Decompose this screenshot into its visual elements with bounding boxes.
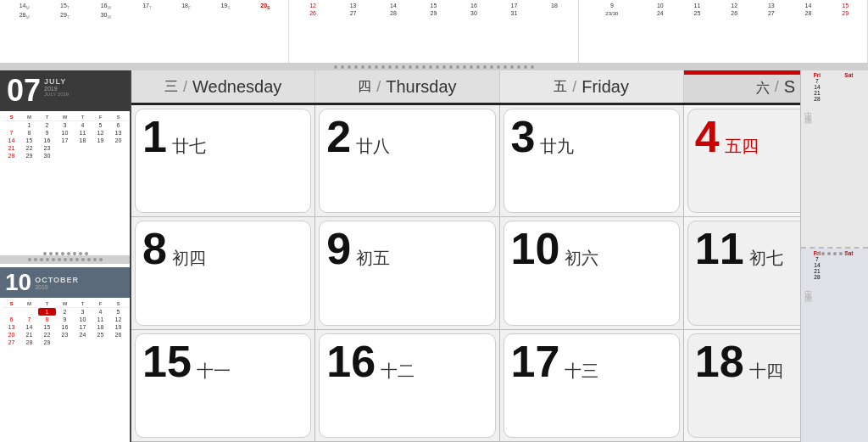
cell-thu-2: 9 初五 [315, 217, 499, 328]
cell-box-thu-2: 9 初五 [319, 221, 495, 325]
date-num-10: 10 [511, 227, 560, 271]
top-mini-calendars: 14M 15T 16W 17T 18F 19S 20S 28M 29T 30W … [0, 0, 868, 64]
cell-thu-3: 16 十二 [315, 330, 499, 441]
date-wed-1: 1 廿七 [142, 115, 303, 159]
cn-date-1: 廿七 [172, 135, 206, 158]
wednesday-header: 三 / Wednesday [131, 70, 315, 103]
thu-en: Thursday [386, 77, 456, 97]
day-headers: 三 / Wednesday 四 / Thursday 五 / Friday 六 … [131, 70, 868, 105]
thursday-header: 四 / Thursday [315, 70, 499, 103]
october-mini-cal: SMTWTFS 12345 6789101112 13141516171819 … [0, 298, 130, 442]
cell-box-wed-3: 15 十一 [135, 333, 311, 438]
cell-box-wed-2: 8 初四 [135, 221, 311, 325]
week-row-1: 1 廿七 2 廿八 [131, 105, 868, 217]
right-deco-text-bottom: 中正康德 [803, 283, 814, 290]
fri-cn: 五 [554, 78, 567, 96]
cn-date-8: 初四 [172, 247, 206, 270]
date-num-16: 16 [326, 339, 376, 383]
july-info: JULY 2019 JULY 2019 [44, 76, 69, 97]
date-num-2: 2 [326, 115, 351, 159]
date-num-15: 15 [142, 339, 192, 383]
july-mini-cal: SMTWTFS 123456 78910111213 1415161718192… [0, 111, 130, 255]
mini-cal-1: 14M 15T 16W 17T 18F 19S 20S 28M 29T 30W [0, 0, 289, 63]
mini-cal-3: 9101112131415 23/30242526272829 [579, 0, 868, 63]
date-thu-3: 16 十二 [326, 339, 487, 383]
right-mini-cal-top: Fri Sat 7 14 21 28 中正康德 [801, 70, 868, 249]
cn-date-16: 十二 [381, 360, 415, 383]
week-row-2: 8 初四 9 初五 10 [131, 217, 868, 329]
date-wed-2: 8 初四 [142, 227, 303, 271]
cn-date-3: 廿九 [540, 135, 574, 158]
cn-date-15: 十一 [197, 360, 231, 383]
cell-thu-1: 2 廿八 [315, 105, 499, 216]
friday-header: 五 / Friday [500, 70, 684, 103]
mid-dotted-separator-left [0, 250, 131, 257]
october-number: 10 [5, 271, 31, 294]
july-name: JULY [44, 77, 69, 86]
sat-cn: 六 [756, 80, 770, 98]
cell-fri-1: 3 廿九 [500, 105, 684, 216]
cell-wed-1: 1 廿七 [131, 105, 315, 216]
cell-wed-2: 8 初四 [131, 217, 315, 328]
july-year: 2019 [44, 86, 69, 92]
date-num-3: 3 [511, 115, 536, 159]
date-fri-2: 10 初六 [511, 227, 672, 271]
cn-date-18: 十四 [749, 360, 783, 383]
calendar-grid: 1 廿七 2 廿八 [131, 105, 868, 442]
cn-date-17: 十三 [565, 360, 598, 383]
date-num-18: 18 [695, 339, 744, 383]
mini-cal-2: 12 131415161718 26 2728293031 [289, 0, 578, 63]
cell-box-fri-1: 3 廿九 [504, 109, 680, 213]
thu-cn: 四 [358, 78, 371, 96]
right-mini-cal-bottom: Fri Sat 7 14 21 28 中正康德 [801, 249, 868, 442]
date-num-1: 1 [142, 115, 167, 159]
date-num-9: 9 [326, 227, 351, 271]
cell-box-thu-1: 2 廿八 [319, 109, 495, 213]
fri-en: Friday [581, 77, 629, 97]
date-thu-2: 9 初五 [326, 227, 487, 271]
cn-date-11: 初七 [749, 247, 783, 270]
cell-fri-3: 17 十三 [500, 330, 684, 441]
cn-date-10: 初六 [565, 247, 598, 270]
october-badge: 10 OCTOBER 2019 [0, 267, 130, 298]
cell-box-thu-3: 16 十二 [319, 333, 495, 438]
right-deco-text-top: 中正康德 [803, 105, 814, 112]
date-num-4: 4 [695, 115, 720, 159]
cell-box-fri-3: 17 十三 [504, 333, 680, 438]
july-badge: 07 JULY 2019 JULY 2019 [0, 70, 130, 111]
date-fri-1: 3 廿九 [511, 115, 672, 159]
cell-wed-3: 15 十一 [131, 330, 315, 441]
july-sublabel: JULY 2019 [44, 92, 69, 97]
date-num-11: 11 [695, 227, 744, 271]
sat-en: S [784, 77, 795, 97]
day-columns: 三 / Wednesday 四 / Thursday 五 / Friday 六 … [131, 70, 868, 442]
week-row-3: 15 十一 16 十二 [131, 330, 868, 442]
cn-date-9: 初五 [356, 247, 390, 270]
date-num-17: 17 [511, 339, 560, 383]
wed-en: Wednesday [192, 77, 281, 97]
october-name: OCTOBER [35, 276, 79, 284]
date-num-8: 8 [142, 227, 167, 271]
cn-date-2: 廿八 [356, 135, 390, 158]
july-number: 07 [7, 76, 41, 106]
mid-dotted-separator-right [796, 250, 868, 257]
date-fri-3: 17 十三 [511, 339, 672, 383]
date-thu-1: 2 廿八 [326, 115, 487, 159]
cn-date-4: 五四 [725, 135, 759, 158]
october-info: OCTOBER 2019 [35, 276, 79, 290]
cell-fri-2: 10 初六 [500, 217, 684, 328]
october-year: 2019 [35, 284, 79, 290]
cell-box-fri-2: 10 初六 [504, 221, 680, 325]
dotted-separator-top [0, 64, 868, 70]
wed-cn: 三 [164, 78, 178, 96]
cell-box-wed-1: 1 廿七 [135, 109, 311, 213]
date-wed-3: 15 十一 [142, 339, 303, 383]
